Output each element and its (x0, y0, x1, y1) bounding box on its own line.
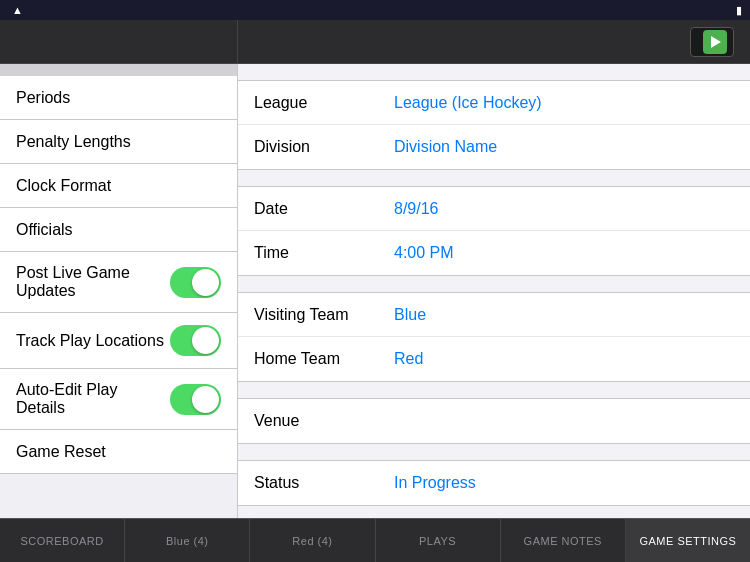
detail-value: Red (394, 350, 423, 368)
tab-blue[interactable]: Blue (4) (125, 519, 250, 562)
detail-value: 8/9/16 (394, 200, 438, 218)
detail-section-3: Venue (238, 398, 750, 444)
toggle-knob (192, 269, 219, 296)
detail-label: Time (254, 244, 394, 262)
detail-row-date: Date8/9/16 (238, 187, 750, 231)
sidebar-item-label: Officials (16, 221, 73, 239)
status-bar-right: ▮ (732, 4, 742, 17)
sidebar-item-post-live-game-updates[interactable]: Post Live Game Updates (0, 252, 237, 313)
sidebar-item-label: Penalty Lengths (16, 133, 131, 151)
detail-section-1: Date8/9/16Time4:00 PM (238, 186, 750, 276)
toggle-track-play-locations[interactable] (170, 325, 221, 356)
sidebar-item-periods[interactable]: Periods (0, 76, 237, 120)
sidebar-item-label: Auto-Edit Play Details (16, 381, 170, 417)
status-bar-left: ▲ (8, 4, 23, 16)
tab-bar: SCOREBOARDBlue (4)Red (4)PLAYSGAME NOTES… (0, 518, 750, 562)
sidebar-item-label: Clock Format (16, 177, 111, 195)
sidebar-item-track-play-locations[interactable]: Track Play Locations (0, 313, 237, 369)
nav-bar (0, 20, 750, 64)
detail-row-time: Time4:00 PM (238, 231, 750, 275)
tab-game-settings[interactable]: GAME SETTINGS (626, 519, 750, 562)
play-icon (711, 36, 721, 48)
detail-section-0: LeagueLeague (Ice Hockey)DivisionDivisio… (238, 80, 750, 170)
tab-red[interactable]: Red (4) (250, 519, 375, 562)
detail-label: League (254, 94, 394, 112)
sidebar-item-label: Track Play Locations (16, 332, 164, 350)
sidebar-item-penalty-lengths[interactable]: Penalty Lengths (0, 120, 237, 164)
detail-panel: LeagueLeague (Ice Hockey)DivisionDivisio… (238, 64, 750, 518)
detail-section-4: StatusIn Progress (238, 460, 750, 506)
sidebar: PeriodsPenalty LengthsClock FormatOffici… (0, 64, 238, 518)
detail-row-league: LeagueLeague (Ice Hockey) (238, 81, 750, 125)
toggle-auto-edit-play-details[interactable] (170, 384, 221, 415)
sidebar-item-game-reset[interactable]: Game Reset (0, 430, 237, 474)
wifi-icon: ▲ (12, 4, 23, 16)
detail-label: Home Team (254, 350, 394, 368)
nav-left-title (0, 20, 238, 63)
detail-label: Date (254, 200, 394, 218)
sidebar-section-header (0, 64, 237, 76)
detail-row-division: DivisionDivision Name (238, 125, 750, 169)
toggle-post-live-game-updates[interactable] (170, 267, 221, 298)
detail-row-visiting-team: Visiting TeamBlue (238, 293, 750, 337)
detail-section-2: Visiting TeamBlueHome TeamRed (238, 292, 750, 382)
sidebar-item-label: Game Reset (16, 443, 106, 461)
play-button[interactable] (703, 30, 727, 54)
detail-value: League (Ice Hockey) (394, 94, 542, 112)
status-bar: ▲ ▮ (0, 0, 750, 20)
sidebar-item-officials[interactable]: Officials (0, 208, 237, 252)
detail-row-home-team: Home TeamRed (238, 337, 750, 381)
tab-plays[interactable]: PLAYS (376, 519, 501, 562)
detail-row-status: StatusIn Progress (238, 461, 750, 505)
sidebar-item-label: Periods (16, 89, 70, 107)
sidebar-item-auto-edit-play-details[interactable]: Auto-Edit Play Details (0, 369, 237, 430)
main-content: PeriodsPenalty LengthsClock FormatOffici… (0, 64, 750, 518)
toggle-knob (192, 327, 219, 354)
detail-row-venue: Venue (238, 399, 750, 443)
detail-value: 4:00 PM (394, 244, 454, 262)
detail-label: Status (254, 474, 394, 492)
detail-label: Division (254, 138, 394, 156)
detail-value: Division Name (394, 138, 497, 156)
tab-scoreboard[interactable]: SCOREBOARD (0, 519, 125, 562)
detail-label: Visiting Team (254, 306, 394, 324)
nav-right (238, 27, 750, 57)
tab-game-notes[interactable]: GAME NOTES (501, 519, 626, 562)
detail-value: Blue (394, 306, 426, 324)
detail-value: In Progress (394, 474, 476, 492)
detail-label: Venue (254, 412, 394, 430)
battery-icon: ▮ (736, 4, 742, 17)
toggle-knob (192, 386, 219, 413)
timer-badge[interactable] (690, 27, 734, 57)
sidebar-item-label: Post Live Game Updates (16, 264, 170, 300)
sidebar-item-clock-format[interactable]: Clock Format (0, 164, 237, 208)
